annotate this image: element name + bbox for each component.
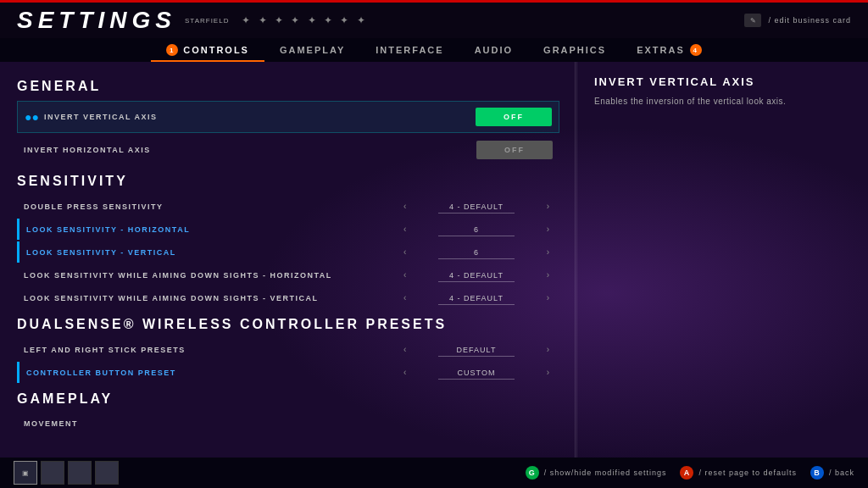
left-panel: GENERAL ●● INVERT VERTICAL AXIS OFF INVE… <box>0 62 576 458</box>
show-modified-label: / show/hide modified settings <box>544 469 667 477</box>
setting-invert-horizontal[interactable]: INVERT HORIZONTAL AXIS OFF <box>17 135 559 165</box>
ads-v-label: LOOK SENSITIVITY WHILE AIMING DOWN SIGHT… <box>24 294 400 302</box>
button-preset-right-arrow[interactable]: › <box>543 368 553 377</box>
ads-v-value: 4 - Default <box>413 294 539 302</box>
ads-v-control[interactable]: ‹ 4 - Default › <box>400 293 553 302</box>
section-gameplay-title: GAMEPLAY <box>17 391 559 407</box>
avatar-2[interactable] <box>68 461 92 485</box>
controls-badge: 1 <box>166 44 178 56</box>
action-back[interactable]: B / back <box>810 466 854 480</box>
look-h-control[interactable]: ‹ 6 › <box>400 225 553 234</box>
invert-horizontal-label: INVERT HORIZONTAL AXIS <box>24 146 476 154</box>
ads-h-left-arrow[interactable]: ‹ <box>400 270 409 280</box>
focus-indicator: ●● <box>25 110 39 124</box>
tab-graphics[interactable]: GRAPHICS <box>528 38 621 62</box>
look-h-value: 6 <box>413 225 539 234</box>
setting-invert-vertical[interactable]: ●● INVERT VERTICAL AXIS OFF <box>17 101 559 133</box>
avatar-3[interactable] <box>95 461 119 485</box>
info-description: Enables the inversion of the vertical lo… <box>594 95 851 108</box>
double-press-control[interactable]: ‹ 4 - Default › <box>400 202 553 211</box>
look-v-value: 6 <box>413 248 539 257</box>
reset-icon: A <box>680 466 693 480</box>
reset-label: / reset page to defaults <box>698 469 797 477</box>
look-v-label: LOOK SENSITIVITY - VERTICAL <box>26 248 400 257</box>
setting-button-preset[interactable]: CONTROLLER BUTTON PRESET ‹ Custom › <box>17 362 559 383</box>
ads-h-value: 4 - Default <box>413 271 539 280</box>
setting-stick-presets[interactable]: LEFT AND RIGHT STICK PRESETS ‹ Default › <box>17 339 559 360</box>
ads-h-control[interactable]: ‹ 4 - Default › <box>400 270 553 280</box>
show-modified-icon: G <box>526 466 539 480</box>
setting-ads-h[interactable]: LOOK SENSITIVITY WHILE AIMING DOWN SIGHT… <box>17 264 559 286</box>
double-press-right-arrow[interactable]: › <box>543 202 553 211</box>
button-preset-label: CONTROLLER BUTTON PRESET <box>26 369 400 377</box>
edit-business-card-label[interactable]: / edit business card <box>768 16 851 25</box>
setting-double-press[interactable]: DOUBLE PRESS SENSITIVITY ‹ 4 - Default › <box>17 196 559 217</box>
setting-ads-v[interactable]: LOOK SENSITIVITY WHILE AIMING DOWN SIGHT… <box>17 287 559 308</box>
nav-bar: 1 CONTROLS GAMEPLAY INTERFACE AUDIO GRAP… <box>0 38 868 62</box>
back-label: / back <box>829 469 854 477</box>
right-panel: INVERT VERTICAL AXIS Enables the inversi… <box>576 62 868 458</box>
back-icon: B <box>810 466 824 480</box>
extras-badge: 4 <box>690 44 702 56</box>
invert-vertical-control[interactable]: OFF <box>476 108 552 126</box>
section-sensitivity-title: SENSITIVITY <box>17 174 559 189</box>
ads-h-label: LOOK SENSITIVITY WHILE AIMING DOWN SIGHT… <box>24 271 400 280</box>
button-preset-control[interactable]: ‹ Custom › <box>400 368 553 377</box>
look-h-label: LOOK SENSITIVITY - HORIZONTAL <box>26 225 400 234</box>
double-press-label: DOUBLE PRESS SENSITIVITY <box>24 202 400 211</box>
setting-look-h[interactable]: LOOK SENSITIVITY - HORIZONTAL ‹ 6 › <box>17 219 559 240</box>
top-border <box>0 0 868 3</box>
button-preset-left-arrow[interactable]: ‹ <box>400 368 409 377</box>
look-v-left-arrow[interactable]: ‹ <box>400 247 409 257</box>
ads-v-left-arrow[interactable]: ‹ <box>400 293 409 302</box>
avatar-list: ▣ <box>14 461 119 485</box>
avatar-active[interactable]: ▣ <box>14 461 37 485</box>
header-right: ✎ / edit business card <box>744 14 851 27</box>
main-content: GENERAL ●● INVERT VERTICAL AXIS OFF INVE… <box>0 62 868 458</box>
button-preset-value: Custom <box>413 369 539 377</box>
ads-v-right-arrow[interactable]: › <box>543 293 553 302</box>
look-h-right-arrow[interactable]: › <box>543 225 553 234</box>
info-title: INVERT VERTICAL AXIS <box>594 75 851 88</box>
look-v-right-arrow[interactable]: › <box>543 247 553 257</box>
subtitle: STARFIELD <box>185 17 229 25</box>
section-general-title: GENERAL <box>17 79 559 94</box>
invert-horizontal-toggle[interactable]: OFF <box>476 141 553 159</box>
look-v-control[interactable]: ‹ 6 › <box>400 247 553 257</box>
invert-horizontal-control[interactable]: OFF <box>476 141 553 159</box>
stick-presets-control[interactable]: ‹ Default › <box>400 345 553 354</box>
tab-interface[interactable]: INTERFACE <box>360 38 459 62</box>
tab-extras[interactable]: EXTRAS 4 <box>621 38 717 62</box>
setting-movement[interactable]: MOVEMENT <box>17 413 559 434</box>
invert-vertical-toggle[interactable]: OFF <box>476 108 552 126</box>
look-h-left-arrow[interactable]: ‹ <box>400 225 409 234</box>
stick-presets-value: Default <box>413 346 539 354</box>
section-dualsense-title: DUALSENSE® WIRELESS CONTROLLER PRESETS <box>17 317 559 332</box>
action-reset[interactable]: A / reset page to defaults <box>680 466 797 480</box>
action-show-modified[interactable]: G / show/hide modified settings <box>526 466 667 480</box>
bottom-bar: ▣ G / show/hide modified settings A / re… <box>0 458 868 488</box>
stars-decoration: ✦ ✦ ✦ ✦ ✦ ✦ ✦ ✦ <box>242 14 367 26</box>
tab-gameplay[interactable]: GAMEPLAY <box>264 38 360 62</box>
bottom-actions: G / show/hide modified settings A / rese… <box>526 466 854 480</box>
panel-divider <box>575 62 576 458</box>
page-title: SETTINGS <box>17 7 176 34</box>
avatar-1[interactable] <box>41 461 64 485</box>
tab-audio[interactable]: AUDIO <box>459 38 528 62</box>
header: SETTINGS STARFIELD ✦ ✦ ✦ ✦ ✦ ✦ ✦ ✦ ✎ / e… <box>0 3 868 38</box>
double-press-left-arrow[interactable]: ‹ <box>400 202 409 211</box>
invert-vertical-label: INVERT VERTICAL AXIS <box>44 113 476 121</box>
tab-controls[interactable]: 1 CONTROLS <box>151 38 264 62</box>
movement-label: MOVEMENT <box>24 419 553 428</box>
setting-look-v[interactable]: LOOK SENSITIVITY - VERTICAL ‹ 6 › <box>17 241 559 263</box>
ads-h-right-arrow[interactable]: › <box>543 270 553 280</box>
stick-presets-left-arrow[interactable]: ‹ <box>400 345 409 354</box>
stick-presets-right-arrow[interactable]: › <box>543 345 553 354</box>
stick-presets-label: LEFT AND RIGHT STICK PRESETS <box>24 346 400 354</box>
edit-icon: ✎ <box>744 14 761 27</box>
double-press-value: 4 - Default <box>413 202 539 211</box>
